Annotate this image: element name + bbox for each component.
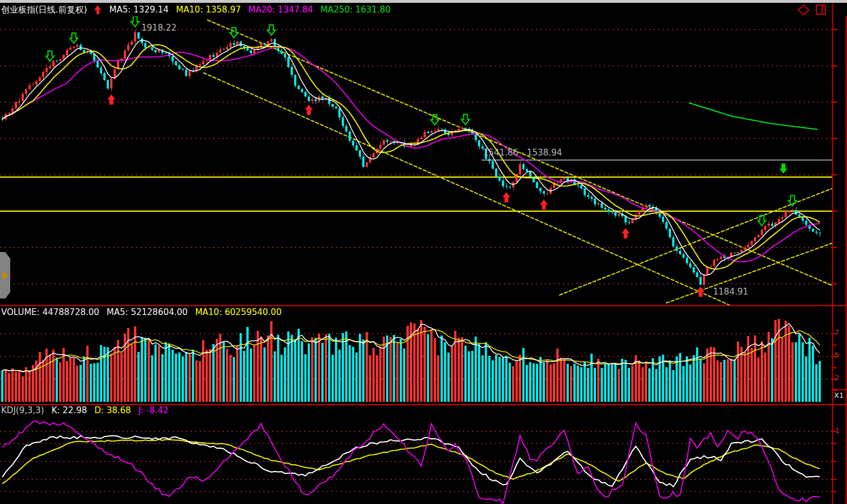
kdj-pane-header: KDJ(9,3,3) K: 22.98 D: 38.68 J: -8.42 xyxy=(1,405,169,416)
ma250-readout: MA250: 1631.80 xyxy=(320,5,391,15)
main-pane-header: 创业板指(日线.前复权) MA5: 1329.14 MA10: 1358.97 … xyxy=(1,4,391,15)
trend-up-icon xyxy=(94,5,102,14)
volume-multiplier-label: X10000 xyxy=(834,391,844,400)
stock-chart-window: 创业板指(日线.前复权) MA5: 1329.14 MA10: 1358.97 … xyxy=(0,0,847,504)
expand-arrow-icon xyxy=(3,271,8,280)
price-line-label: 1541.86 - 1538.94 xyxy=(483,148,562,158)
kdj-j-readout: J: -8.42 xyxy=(139,405,169,415)
ma5-readout: MA5: 1329.14 xyxy=(109,5,169,15)
main-candlestick-plot[interactable] xyxy=(0,16,832,305)
volume-axis-label-5000: 5000 xyxy=(835,351,840,359)
kdj-indicator-label: KDJ(9,3,3) xyxy=(1,405,44,415)
high-price-label: 1918.22 xyxy=(141,23,177,33)
ma10-readout: MA10: 1358.97 xyxy=(176,5,241,15)
ma20-readout: MA20: 1347.84 xyxy=(248,5,313,15)
volume-ma5-readout: MA5: 52128604.00 xyxy=(107,307,188,317)
low-price-label: 1184.91 xyxy=(713,287,748,297)
volume-ma10-readout: MA10: 60259540.00 xyxy=(195,307,282,317)
kdj-axis-label-100: 100 xyxy=(835,426,840,435)
volume-pane-header: VOLUME: 44788728.00 MA5: 52128604.00 MA1… xyxy=(1,306,282,318)
kdj-k-readout: K: 22.98 xyxy=(52,405,87,415)
kdj-plot[interactable] xyxy=(0,406,832,504)
chart-title: 创业板指(日线.前复权) xyxy=(1,5,87,15)
window-top-strip xyxy=(0,0,847,3)
kdj-d-readout: D: 38.68 xyxy=(94,405,131,415)
sidebar-expand-tab[interactable] xyxy=(0,252,10,299)
volume-readout: VOLUME: 44788728.00 xyxy=(1,307,99,317)
volume-plot[interactable] xyxy=(0,319,832,403)
split-window-icon[interactable] xyxy=(816,5,826,15)
volume-axis-label-2500: 2500 xyxy=(835,373,840,382)
volume-axis-label-7500: 7500 xyxy=(835,328,840,337)
